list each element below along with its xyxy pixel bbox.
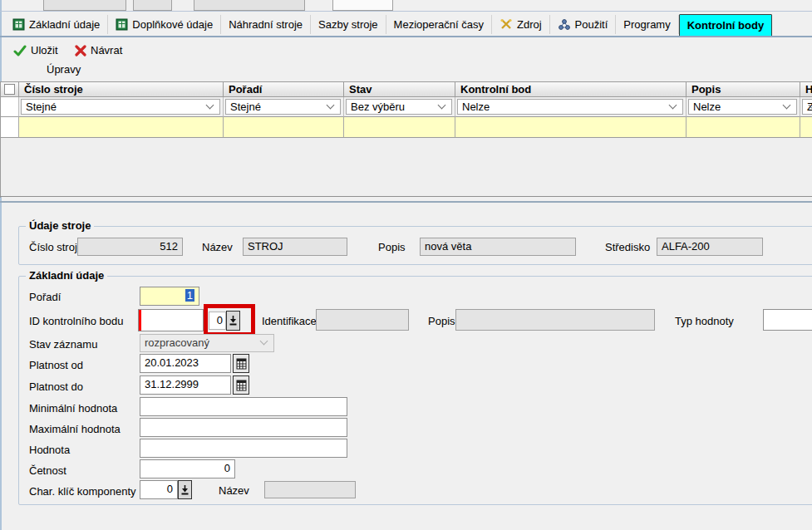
- tab-programy[interactable]: Programy: [616, 15, 678, 34]
- grid-header-stav[interactable]: Stav: [344, 81, 455, 97]
- network-icon: [558, 18, 571, 31]
- book-icon: [116, 18, 128, 31]
- value-label: Hodnota: [29, 444, 70, 456]
- tab-label: Mezioperační časy: [394, 18, 484, 31]
- char-key-field[interactable]: 0: [140, 480, 178, 499]
- new-row-cell-kontrolni-bod[interactable]: [455, 117, 687, 138]
- valid-to-field[interactable]: 31.12.2999: [140, 375, 231, 395]
- grid-header-poradi[interactable]: Pořadí: [224, 81, 344, 97]
- window-left-border: [0, 0, 2, 530]
- group-title: Základní údaje: [26, 269, 107, 282]
- filter-combo-hodnota[interactable]: Začíná: [802, 99, 812, 115]
- value-type-field[interactable]: [763, 309, 812, 331]
- cropped-field: [194, 0, 305, 11]
- tab-zakladni-udaje[interactable]: Základní údaje: [5, 15, 108, 34]
- order-field[interactable]: 1: [140, 287, 199, 306]
- tab-mezioperacni-casy[interactable]: Mezioperační časy: [386, 15, 492, 34]
- filter-combo-poradi[interactable]: Stejné: [225, 99, 341, 115]
- valid-to-label: Platnost do: [29, 380, 83, 393]
- close-icon: [75, 45, 86, 56]
- identification-field: [316, 309, 409, 331]
- new-row-checkbox-cell[interactable]: [1, 117, 19, 138]
- calendar-icon: [236, 380, 247, 391]
- filter-combo-cislo-stroje[interactable]: Stejné: [21, 99, 220, 115]
- frequency-field[interactable]: 0: [140, 459, 235, 478]
- save-button-label: Uložit: [31, 44, 58, 56]
- filter-combo-kontrolni-bod[interactable]: Nelze: [457, 99, 683, 115]
- grid-header-popis[interactable]: Popis: [687, 81, 800, 97]
- tab-label: Doplňkové údaje: [132, 18, 213, 31]
- tools-icon: [500, 18, 513, 31]
- char-name-field: [264, 481, 356, 498]
- control-points-grid: Číslo stroje Pořadí Stav Kontrolní bod P…: [0, 81, 812, 198]
- arrow-down-to-bar-icon: [180, 484, 189, 496]
- machine-description-field: nová věta: [420, 238, 576, 256]
- control-point-id-field[interactable]: [138, 309, 204, 331]
- divider: [0, 201, 812, 203]
- char-name-label: Název: [219, 484, 249, 497]
- tab-kontrolni-body[interactable]: Kontrolní body: [679, 14, 772, 37]
- grid-header-cislo-stroje[interactable]: Číslo stroje: [19, 81, 224, 97]
- max-value-field[interactable]: [140, 418, 347, 437]
- tab-pouziti[interactable]: Použití: [550, 15, 617, 34]
- new-row-cell-stav[interactable]: [344, 117, 455, 138]
- filter-combo-popis[interactable]: Nelze: [688, 99, 797, 115]
- machine-number-field: 512: [77, 238, 183, 256]
- tab-label: Použití: [575, 18, 608, 31]
- check-icon: [13, 45, 27, 56]
- tab-label: Kontrolní body: [687, 19, 764, 32]
- valid-from-label: Platnost od: [29, 359, 83, 371]
- valid-from-calendar-button[interactable]: [233, 354, 249, 373]
- group-title: Údaje stroje: [26, 219, 94, 232]
- menu-upravy[interactable]: Úpravy: [43, 61, 84, 77]
- return-button-label: Návrat: [91, 44, 122, 56]
- cropped-field: [43, 0, 126, 11]
- record-state-combo: rozpracovaný: [140, 334, 274, 352]
- book-icon: [12, 18, 25, 31]
- grid-filter-cell: Nelze: [687, 97, 800, 117]
- grid-filter-cell: Stejné: [224, 97, 344, 117]
- tab-label: Programy: [623, 18, 670, 31]
- calendar-icon: [236, 358, 247, 370]
- tab-label: Sazby stroje: [318, 18, 378, 31]
- value-field[interactable]: [140, 439, 347, 458]
- new-row-cell-cislo-stroje[interactable]: [19, 117, 224, 138]
- char-key-spinner[interactable]: [178, 480, 192, 499]
- return-button[interactable]: Návrat: [71, 42, 125, 58]
- select-all-checkbox[interactable]: [4, 84, 15, 95]
- grid-header-hodnota[interactable]: Hodnota: [800, 81, 812, 97]
- menu-upravy-label: Úpravy: [47, 63, 81, 76]
- valid-from-field[interactable]: 20.01.2023: [140, 354, 231, 373]
- machine-center-field: ALFA-200: [657, 238, 763, 256]
- grid-filter-cell: Nelze: [455, 97, 687, 117]
- control-point-id-label: ID kontrolního bodu: [29, 315, 123, 327]
- grid-filter-cell: Začíná: [800, 97, 812, 117]
- valid-to-calendar-button[interactable]: [233, 375, 249, 395]
- identification-label: Identifikace: [262, 315, 317, 327]
- tab-bar: Základní údaje Doplňkové údaje Náhradní …: [2, 12, 812, 37]
- save-button[interactable]: Uložit: [10, 42, 62, 58]
- tab-doplnkove-udaje[interactable]: Doplňkové údaje: [108, 15, 221, 34]
- new-row-cell-hodnota[interactable]: [800, 117, 812, 138]
- machine-control-points-window: Základní údaje Doplňkové údaje Náhradní …: [0, 0, 812, 530]
- grid-empty-area: [1, 138, 812, 196]
- min-value-field[interactable]: [140, 397, 347, 416]
- control-point-id-spinner[interactable]: [226, 311, 240, 331]
- grid-header-kontrolni-bod[interactable]: Kontrolní bod: [455, 81, 687, 97]
- tab-sazby-stroje[interactable]: Sazby stroje: [311, 15, 386, 34]
- tab-label: Náhradní stroje: [229, 18, 303, 31]
- tab-nahradni-stroje[interactable]: Náhradní stroje: [221, 15, 311, 34]
- filter-combo-stav[interactable]: Bez výběru: [346, 99, 452, 115]
- control-point-id-spin-value[interactable]: 0: [209, 312, 226, 330]
- min-value-label: Minimální hodnota: [29, 402, 117, 415]
- new-row-cell-poradi[interactable]: [224, 117, 344, 138]
- grid-filter-checkbox-cell: [1, 97, 19, 117]
- tab-bar-underline: [0, 36, 812, 37]
- tab-zdroj[interactable]: Zdroj: [492, 15, 550, 34]
- new-row-cell-popis[interactable]: [687, 117, 800, 138]
- value-type-label: Typ hodnoty: [675, 315, 734, 327]
- grid-filter-cell: Stejné: [19, 97, 224, 117]
- cp-description-field: [455, 309, 655, 331]
- order-label: Pořadí: [29, 291, 61, 303]
- order-value: 1: [185, 289, 194, 302]
